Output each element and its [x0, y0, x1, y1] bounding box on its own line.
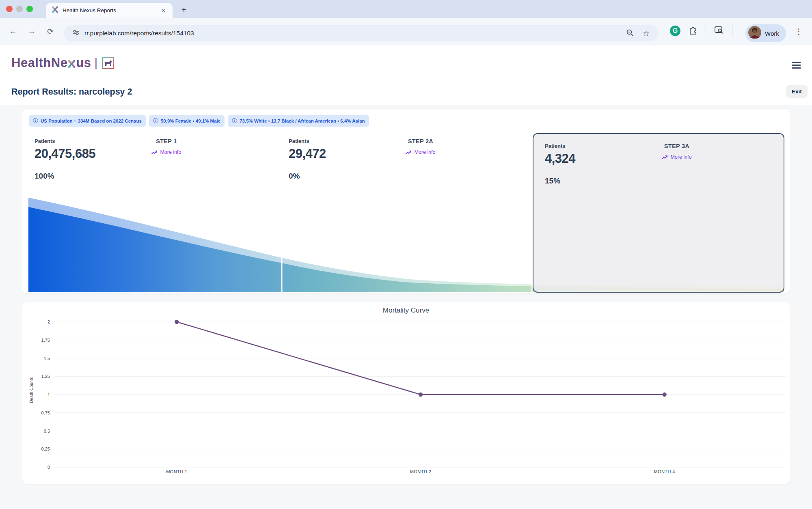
funnel-divider-1 — [281, 249, 283, 292]
mortality-line-chart: 21.751.51.2510.750.50.250MONTH 1MONTH 2M… — [22, 302, 790, 484]
step-name: STEP 1 — [136, 138, 197, 145]
population-chip[interactable]: ⓘ US Population ~ 334M Based on 2022 Cen… — [29, 115, 146, 127]
trending-up-icon — [151, 150, 158, 155]
dog-logo-icon — [102, 57, 114, 69]
demographic-chips: ⓘ US Population ~ 334M Based on 2022 Cen… — [29, 115, 369, 127]
logo-text-2: us — [76, 56, 91, 70]
browser-menu-icon[interactable]: ⋮ — [795, 27, 803, 36]
browser-tabstrip: Health Nexus Reports × + — [0, 0, 812, 18]
chip-label: US Population ~ 334M Based on 2022 Censu… — [41, 119, 142, 123]
back-icon[interactable]: ← — [8, 27, 18, 36]
browser-tab[interactable]: Health Nexus Reports × — [46, 3, 173, 18]
more-info-link[interactable]: More info — [662, 154, 691, 160]
more-info-label: More info — [414, 149, 435, 155]
bookmark-star-icon[interactable]: ☆ — [643, 29, 650, 38]
info-icon: ⓘ — [153, 117, 158, 125]
extensions-puzzle-icon[interactable] — [689, 26, 698, 36]
patients-label: Patients — [289, 138, 390, 144]
info-icon: ⓘ — [232, 117, 237, 125]
x-tick-label: MONTH 4 — [654, 469, 675, 474]
window-close-button[interactable] — [6, 6, 13, 12]
y-tick-label: 0.75 — [41, 410, 50, 415]
grammarly-extension-icon[interactable]: G — [670, 26, 680, 36]
patients-value: 4,324 — [545, 151, 646, 166]
reload-icon[interactable]: ⟳ — [45, 27, 55, 36]
toolbar-separator — [706, 25, 706, 37]
y-tick-label: 0.25 — [41, 446, 50, 451]
profile-name: Work — [765, 30, 779, 37]
race-chip[interactable]: ⓘ 73.5% White • 13.7 Black / African Ame… — [228, 115, 369, 127]
report-title-row: Report Results: narcolepsy 2 Exit — [0, 81, 812, 105]
y-tick-label: 1 — [48, 392, 50, 397]
screenshot-root: Health Nexus Reports × + ← → ⟳ rr.purple… — [0, 0, 812, 509]
more-info-link[interactable]: More info — [406, 149, 435, 155]
tab-close-icon[interactable]: × — [160, 7, 167, 14]
healthnexus-logo: HealthNe us | — [11, 54, 114, 71]
address-bar[interactable]: rr.purplelab.com/reports/results/154103 … — [64, 25, 659, 41]
logo-divider: | — [95, 56, 98, 70]
data-point[interactable] — [175, 320, 179, 324]
more-info-label: More info — [670, 154, 691, 160]
zoom-icon[interactable] — [626, 29, 634, 38]
patients-percent: 15% — [545, 177, 646, 185]
avatar — [748, 26, 762, 41]
y-tick-label: 1.75 — [41, 338, 50, 343]
y-tick-label: 2 — [48, 319, 50, 324]
logo-text-1: HealthNe — [11, 56, 67, 70]
funnel-step-2a: Patients 29,472 0% STEP 2A More info — [289, 138, 516, 181]
mortality-chart-card: Mortality Curve Death Counts 21.751.51.2… — [22, 302, 790, 484]
y-tick-label: 0 — [48, 465, 50, 470]
chip-label: 50.9% Female • 49.1% Male — [161, 119, 220, 123]
chart-title: Mortality Curve — [22, 306, 790, 315]
toolbar-separator — [732, 25, 732, 37]
site-info-icon[interactable] — [72, 29, 80, 38]
info-icon: ⓘ — [33, 117, 38, 125]
chip-label: 73.5% White • 13.7 Black / African Ameri… — [240, 119, 365, 123]
new-tab-button[interactable]: + — [178, 4, 190, 16]
page-title: Report Results: narcolepsy 2 — [11, 87, 132, 97]
window-maximize-button[interactable] — [26, 6, 33, 12]
y-axis-label: Death Counts — [29, 374, 34, 406]
exit-button[interactable]: Exit — [786, 85, 808, 98]
patients-value: 20,475,685 — [35, 147, 136, 161]
funnel-card: ⓘ US Population ~ 334M Based on 2022 Cen… — [22, 109, 790, 293]
more-info-link[interactable]: More info — [151, 149, 181, 155]
tab-title: Health Nexus Reports — [63, 7, 160, 13]
x-tick-label: MONTH 1 — [166, 469, 187, 474]
data-point[interactable] — [419, 393, 423, 397]
url-text[interactable]: rr.purplelab.com/reports/results/154103 — [84, 30, 626, 37]
more-info-label: More info — [160, 149, 181, 155]
menu-hamburger-icon[interactable] — [792, 62, 801, 70]
patients-label: Patients — [35, 138, 136, 144]
trending-up-icon — [406, 150, 412, 155]
step-name: STEP 2A — [390, 138, 451, 145]
logo-x-icon — [68, 57, 76, 71]
x-tick-label: MONTH 2 — [410, 469, 431, 474]
step-name: STEP 3A — [646, 143, 707, 149]
y-tick-label: 1.25 — [41, 374, 50, 379]
patients-percent: 0% — [289, 172, 390, 181]
funnel-step-1: Patients 20,475,685 100% STEP 1 More inf… — [35, 138, 262, 181]
forward-icon[interactable]: → — [27, 27, 37, 36]
patients-value: 29,472 — [289, 147, 390, 161]
tab-search-icon[interactable] — [714, 26, 724, 36]
trending-up-icon — [662, 155, 668, 160]
window-minimize-button[interactable] — [16, 6, 23, 12]
funnel-step-3a-selected-card[interactable]: Patients 4,324 15% STEP 3A More info — [533, 133, 784, 293]
favicon — [52, 6, 58, 15]
y-tick-label: 1.5 — [44, 356, 50, 361]
funnel-step-3a: Patients 4,324 15% STEP 3A More info — [545, 143, 772, 185]
app-header: HealthNe us | — [0, 45, 812, 81]
data-point[interactable] — [662, 393, 666, 397]
patients-percent: 100% — [35, 172, 136, 181]
gender-chip[interactable]: ⓘ 50.9% Female • 49.1% Male — [149, 115, 225, 127]
y-tick-label: 0.5 — [44, 429, 50, 434]
patients-label: Patients — [545, 143, 646, 149]
browser-profile-chip[interactable]: Work — [745, 24, 786, 42]
